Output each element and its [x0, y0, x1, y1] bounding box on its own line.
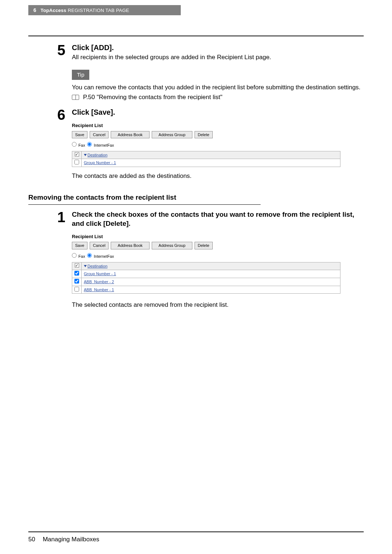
chevron-down-icon: [84, 265, 87, 267]
destination-header[interactable]: Destination: [82, 151, 340, 159]
destination-link[interactable]: ABB_Number - 1: [84, 288, 114, 292]
select-all-header[interactable]: [72, 262, 82, 270]
step-remove-1-title: Check the check boxes of the contacts th…: [72, 210, 364, 228]
step-6-result: The contacts are added as the destinatio…: [72, 172, 364, 180]
step-number: 6: [28, 107, 72, 205]
book-reference: P.50 "Removing the contacts from the rec…: [72, 93, 364, 102]
destination-header[interactable]: Destination: [82, 262, 340, 270]
recipient-list-toolbar: Save Cancel Address Book Address Group D…: [72, 131, 340, 139]
select-all-checkbox-icon[interactable]: [75, 263, 79, 268]
save-button[interactable]: Save: [72, 131, 87, 139]
fax-radio-label[interactable]: Fax: [72, 253, 85, 259]
table-header-row: Destination: [72, 262, 340, 270]
chevron-down-icon: [84, 154, 87, 156]
table-row: Group Number - 1: [72, 270, 340, 278]
select-all-checkbox-icon[interactable]: [75, 152, 79, 156]
footer-section: Managing Mailboxes: [43, 536, 99, 543]
cancel-button[interactable]: Cancel: [90, 131, 109, 139]
table-header-row: Destination: [72, 151, 340, 159]
row-checkbox[interactable]: [74, 160, 79, 164]
internetfax-radio[interactable]: [87, 253, 92, 258]
address-group-button[interactable]: Address Group: [152, 242, 192, 249]
delete-button[interactable]: Delete: [195, 131, 213, 139]
internetfax-radio-text: InternetFax: [94, 143, 114, 147]
internetfax-radio[interactable]: [87, 142, 92, 147]
fax-radio[interactable]: [72, 142, 77, 147]
fax-radio[interactable]: [72, 253, 77, 258]
internetfax-radio-label[interactable]: InternetFax: [87, 253, 114, 259]
recipient-list-title: Recipient List: [72, 122, 340, 129]
address-group-button[interactable]: Address Group: [152, 131, 192, 139]
recipient-list-panel-2: Recipient List Save Cancel Address Book …: [72, 233, 340, 294]
destination-header-label: Destination: [87, 153, 107, 157]
step-number: 5: [28, 43, 72, 102]
section-heading: Removing the contacts from the recipient…: [28, 193, 364, 202]
tip-text: You can remove the contacts that you add…: [72, 83, 364, 92]
destination-link[interactable]: Group Number - 1: [84, 272, 116, 276]
delete-button[interactable]: Delete: [195, 242, 213, 249]
recipient-table: Destination Group Number - 1: [72, 151, 340, 167]
destination-link[interactable]: Group Number - 1: [84, 160, 116, 165]
fax-radio-text: Fax: [78, 143, 85, 147]
step-5: 5 Click [ADD]. All recipients in the sel…: [28, 43, 364, 102]
fax-radio-text: Fax: [78, 254, 85, 258]
book-ref-text: P.50 "Removing the contacts from the rec…: [83, 94, 222, 101]
save-button[interactable]: Save: [72, 242, 87, 249]
recipient-table: Destination Group Number - 1 ABB_Number …: [72, 262, 340, 294]
select-all-header[interactable]: [72, 151, 82, 159]
cancel-button[interactable]: Cancel: [90, 242, 109, 249]
book-icon: [72, 95, 79, 100]
top-horizontal-rule: [28, 36, 364, 36]
step-remove-1-result: The selected contacts are removed from t…: [72, 301, 364, 309]
chapter-title-prefix: TopAccess: [41, 8, 66, 13]
destination-header-label: Destination: [87, 264, 107, 268]
table-row: Group Number - 1: [72, 159, 340, 167]
internetfax-radio-text: InternetFax: [94, 254, 114, 258]
page-footer: 50 Managing Mailboxes: [28, 536, 99, 543]
row-checkbox[interactable]: [74, 271, 79, 276]
section-rule: [28, 204, 261, 205]
chapter-title-rest: REGISTRATION TAB PAGE: [68, 8, 129, 13]
table-row: ABB_Number - 2: [72, 278, 340, 286]
step-number: 1: [28, 210, 72, 310]
address-book-button[interactable]: Address Book: [111, 131, 149, 139]
chapter-number: 6: [33, 7, 36, 13]
fax-radio-label[interactable]: Fax: [72, 142, 85, 148]
address-book-button[interactable]: Address Book: [111, 242, 149, 249]
step-5-title: Click [ADD].: [72, 43, 364, 53]
step-remove-1: 1 Check the check boxes of the contacts …: [28, 210, 364, 310]
step-6-title: Click [Save].: [72, 107, 364, 117]
footer-rule: [28, 531, 364, 532]
row-checkbox[interactable]: [74, 287, 79, 292]
internetfax-radio-label[interactable]: InternetFax: [87, 142, 114, 148]
page-number: 50: [28, 536, 35, 543]
fax-type-radio-group: Fax InternetFax: [72, 142, 340, 148]
row-checkbox[interactable]: [74, 279, 79, 284]
fax-type-radio-group: Fax InternetFax: [72, 253, 340, 259]
recipient-list-panel-1: Recipient List Save Cancel Address Book …: [72, 122, 340, 167]
step-6: 6 Click [Save]. Recipient List Save Canc…: [28, 107, 364, 205]
recipient-list-toolbar: Save Cancel Address Book Address Group D…: [72, 242, 340, 249]
recipient-list-title: Recipient List: [72, 233, 340, 240]
tip-label: Tip: [72, 70, 89, 80]
step-5-desc: All recipients in the selected groups ar…: [72, 53, 364, 62]
page-header-bar: 6 TopAccess REGISTRATION TAB PAGE: [28, 5, 181, 15]
chapter-title: TopAccess REGISTRATION TAB PAGE: [41, 8, 129, 13]
destination-link[interactable]: ABB_Number - 2: [84, 280, 114, 284]
table-row: ABB_Number - 1: [72, 286, 340, 294]
